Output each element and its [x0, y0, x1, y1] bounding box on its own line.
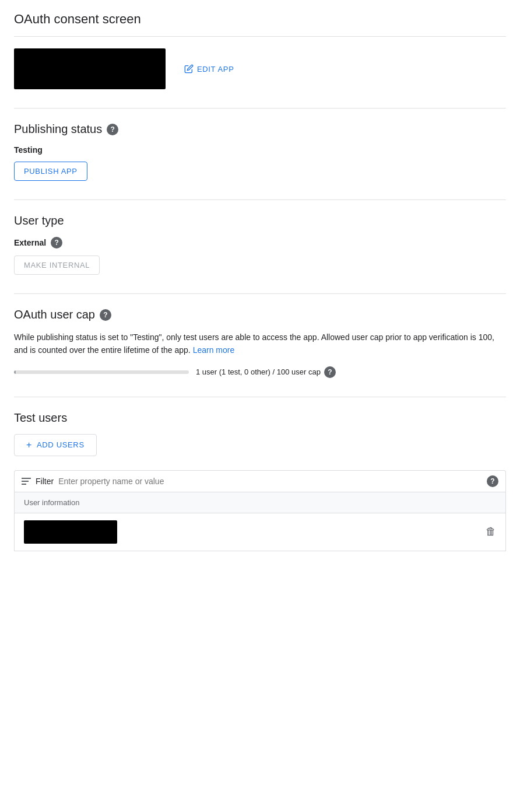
progress-label-text: 1 user (1 test, 0 other) / 100 user cap — [196, 368, 321, 376]
edit-app-label: EDIT APP — [197, 65, 234, 74]
section-divider-3 — [14, 293, 506, 294]
test-users-section: Test users + ADD USERS Filter ? User inf… — [14, 411, 506, 551]
pencil-icon — [184, 64, 194, 74]
make-internal-button[interactable]: MAKE INTERNAL — [14, 256, 100, 275]
learn-more-link[interactable]: Learn more — [193, 345, 235, 355]
progress-bar-wrapper — [14, 370, 189, 374]
app-bar: EDIT APP — [14, 48, 506, 89]
user-cap-progress-container: 1 user (1 test, 0 other) / 100 user cap … — [14, 366, 506, 378]
oauth-user-cap-title: OAuth user cap ? — [14, 308, 506, 321]
user-type-help-icon[interactable]: ? — [51, 237, 62, 249]
progress-label: 1 user (1 test, 0 other) / 100 user cap … — [196, 366, 336, 378]
oauth-user-cap-help-icon[interactable]: ? — [100, 309, 111, 321]
publishing-status-help-icon[interactable]: ? — [107, 124, 118, 135]
delete-user-icon[interactable]: 🗑 — [486, 526, 496, 538]
app-logo — [14, 48, 166, 89]
add-users-button[interactable]: + ADD USERS — [14, 434, 97, 456]
page-title: OAuth consent screen — [14, 12, 506, 37]
publishing-status-section: Publishing status ? Testing PUBLISH APP — [14, 123, 506, 181]
section-divider-1 — [14, 108, 506, 108]
add-users-label: ADD USERS — [37, 440, 85, 449]
user-type-section: User type External ? MAKE INTERNAL — [14, 214, 506, 275]
oauth-user-cap-description-text: While publishing status is set to "Testi… — [14, 332, 494, 355]
section-divider-4 — [14, 397, 506, 397]
user-avatar — [24, 520, 117, 544]
filter-help-icon[interactable]: ? — [487, 475, 498, 487]
filter-label: Filter — [36, 477, 54, 486]
user-type-value: External ? — [14, 237, 506, 249]
filter-line-1 — [22, 478, 31, 479]
table-row: 🗑 — [14, 513, 506, 551]
publish-app-button[interactable]: PUBLISH APP — [14, 162, 87, 181]
oauth-user-cap-description: While publishing status is set to "Testi… — [14, 331, 506, 357]
user-type-label-text: External — [14, 238, 46, 247]
oauth-user-cap-title-text: OAuth user cap — [14, 308, 95, 321]
progress-bar-fill — [14, 370, 16, 374]
progress-help-icon[interactable]: ? — [324, 366, 336, 378]
user-type-title: User type — [14, 214, 506, 228]
plus-icon: + — [26, 440, 32, 450]
edit-app-button[interactable]: EDIT APP — [177, 60, 241, 78]
table-header: User information — [14, 492, 506, 513]
filter-line-3 — [22, 484, 26, 485]
test-users-title: Test users — [14, 411, 506, 425]
section-divider-2 — [14, 200, 506, 200]
filter-input[interactable] — [58, 477, 482, 486]
filter-line-2 — [22, 481, 29, 482]
publishing-status-value: Testing — [14, 145, 506, 155]
filter-bar: Filter ? — [14, 470, 506, 492]
filter-icon[interactable] — [22, 478, 31, 485]
publishing-status-title: Publishing status ? — [14, 123, 506, 136]
oauth-user-cap-section: OAuth user cap ? While publishing status… — [14, 308, 506, 378]
publishing-status-title-text: Publishing status — [14, 123, 102, 136]
